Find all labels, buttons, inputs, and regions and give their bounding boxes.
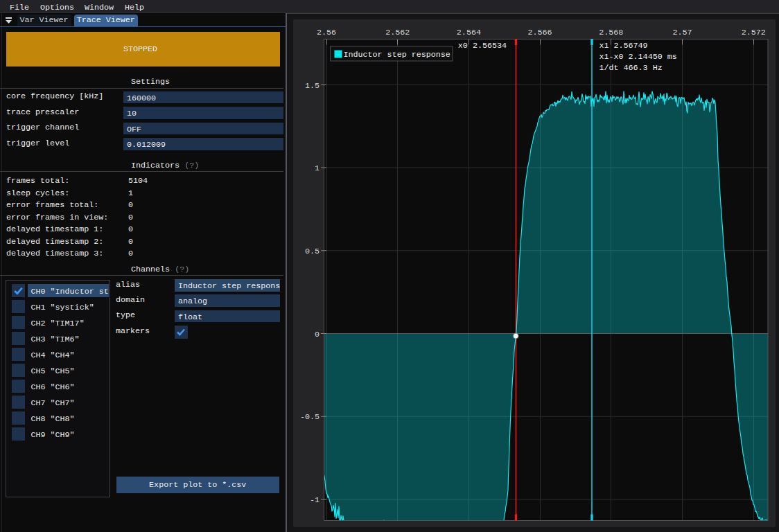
svg-text:0: 0	[315, 330, 320, 339]
svg-text:1/dt 466.3 Hz: 1/dt 466.3 Hz	[599, 63, 663, 73]
svg-text:1: 1	[315, 163, 320, 173]
svg-text:-1: -1	[310, 495, 320, 505]
svg-text:Inductor step response: Inductor step response	[344, 50, 450, 60]
svg-text:2.568: 2.568	[599, 28, 623, 37]
svg-text:x0 2.56534: x0 2.56534	[458, 41, 507, 51]
svg-text:1.5: 1.5	[305, 81, 320, 91]
svg-text:0.5: 0.5	[305, 247, 320, 256]
svg-text:2.56: 2.56	[317, 28, 336, 37]
svg-text:2.562: 2.562	[385, 28, 410, 37]
svg-text:-0.5: -0.5	[300, 412, 320, 422]
svg-text:2.566: 2.566	[528, 28, 552, 37]
svg-text:2.572: 2.572	[742, 28, 766, 37]
svg-text:x1-x0 2.14450 ms: x1-x0 2.14450 ms	[599, 52, 677, 62]
svg-text:2.57: 2.57	[672, 28, 692, 37]
svg-text:x1 2.56749: x1 2.56749	[599, 41, 648, 51]
svg-text:2.564: 2.564	[457, 28, 481, 37]
